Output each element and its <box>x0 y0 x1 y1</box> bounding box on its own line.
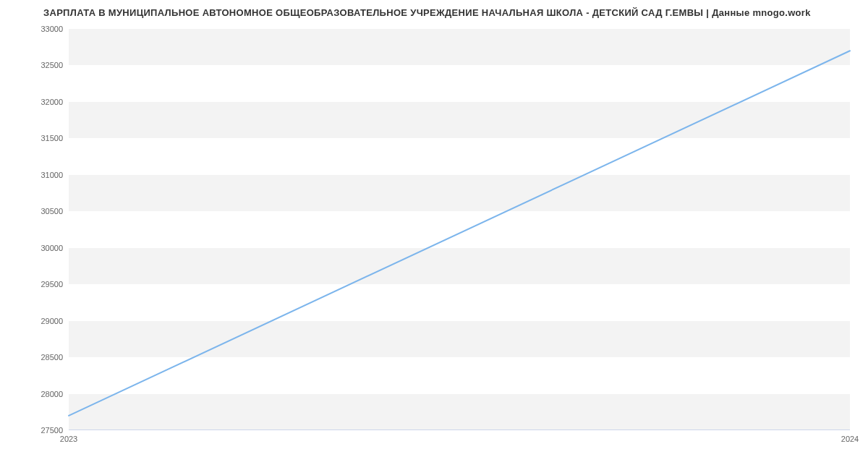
y-tick-label: 28000 <box>41 390 63 398</box>
y-tick-label: 29500 <box>41 280 63 289</box>
y-tick-label: 31000 <box>41 171 63 179</box>
chart-title: ЗАРПЛАТА В МУНИЦИПАЛЬНОЕ АВТОНОМНОЕ ОБЩЕ… <box>0 0 868 18</box>
x-axis <box>69 430 850 430</box>
y-tick-label: 30500 <box>41 207 63 215</box>
line-series <box>69 29 850 430</box>
chart-plot-area: 2750028000285002900029500300003050031000… <box>69 29 850 430</box>
x-tick-label: 2023 <box>60 435 77 443</box>
y-tick-label: 33000 <box>41 25 63 33</box>
y-tick-label: 32000 <box>41 98 63 106</box>
y-tick-label: 32500 <box>41 61 63 69</box>
y-tick-label: 27500 <box>41 426 63 435</box>
y-tick-label: 30000 <box>41 244 63 252</box>
y-tick-label: 31500 <box>41 134 63 142</box>
x-tick-label: 2024 <box>841 435 859 443</box>
y-tick-label: 29000 <box>41 317 63 325</box>
y-tick-label: 28500 <box>41 353 63 362</box>
